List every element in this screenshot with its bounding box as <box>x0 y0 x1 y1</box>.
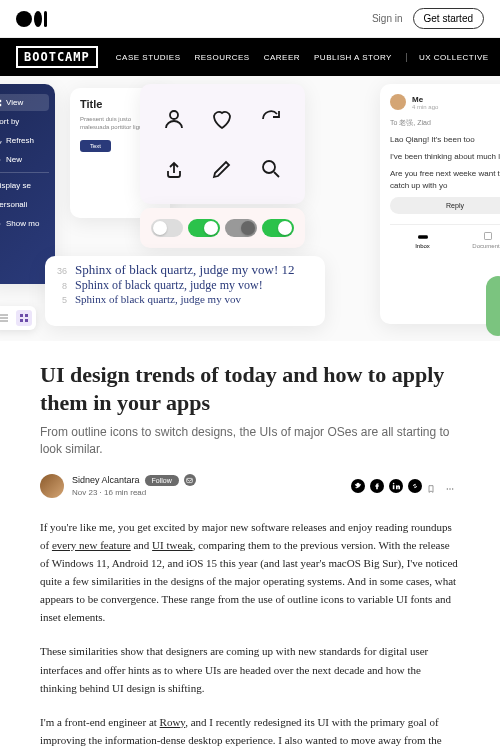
nav-ux-collective[interactable]: UX COLLECTIVE <box>406 53 489 62</box>
edit-icon <box>210 157 234 181</box>
hero-typography-sample: 36Sphinx of black quartz, judge my vow! … <box>45 256 325 326</box>
bookmark-icon[interactable] <box>427 479 441 493</box>
svg-rect-1 <box>0 99 1 101</box>
switch-on-icon <box>188 219 220 237</box>
switch-off-icon <box>151 219 183 237</box>
hero-green-accent <box>486 276 500 336</box>
list-view-icon <box>0 310 12 326</box>
svg-point-16 <box>449 488 450 489</box>
more-icon[interactable] <box>446 479 460 493</box>
svg-point-4 <box>170 111 178 119</box>
switch-material-icon <box>225 219 257 237</box>
article-subtitle: From outline icons to switch designs, th… <box>40 424 460 458</box>
hero-image: View Sort by Refresh New Display se Pers… <box>0 76 500 341</box>
user-icon <box>162 107 186 131</box>
nav-case-studies[interactable]: CASE STUDIES <box>116 53 181 62</box>
grid-view-icon <box>16 310 32 326</box>
hero-view-toggle <box>0 306 36 330</box>
hero-switches <box>140 208 305 248</box>
getstarted-button[interactable]: Get started <box>413 8 484 29</box>
link-every-new-feature[interactable]: every new feature <box>52 539 131 551</box>
svg-rect-7 <box>484 232 491 239</box>
signin-link[interactable]: Sign in <box>372 13 403 24</box>
twitter-icon[interactable] <box>351 479 365 493</box>
heart-icon <box>210 107 234 131</box>
refresh-icon <box>259 107 283 131</box>
nav-resources[interactable]: RESOURCES <box>194 53 249 62</box>
svg-rect-3 <box>0 103 1 105</box>
link-ui-tweak[interactable]: UI tweak <box>152 539 193 551</box>
svg-point-15 <box>447 488 448 489</box>
hero-chat-card: Me4 min ago To 老强, Ziad Lao Qiang! It's … <box>380 84 500 324</box>
hero-icon-grid <box>140 84 305 204</box>
link-icon[interactable] <box>408 479 422 493</box>
svg-rect-12 <box>187 478 193 482</box>
linkedin-icon[interactable] <box>389 479 403 493</box>
svg-point-17 <box>452 488 453 489</box>
svg-rect-13 <box>393 485 395 489</box>
link-rowy[interactable]: Rowy <box>160 716 186 728</box>
nav-publish[interactable]: PUBLISH A STORY <box>314 53 392 62</box>
article-title: UI design trends of today and how to app… <box>40 361 460 416</box>
svg-rect-6 <box>418 235 428 239</box>
facebook-icon[interactable] <box>370 479 384 493</box>
share-icon <box>162 157 186 181</box>
svg-point-5 <box>263 161 275 173</box>
article-body: If you're like me, you get excited by ma… <box>40 518 460 750</box>
article-meta: Nov 23 · 16 min read <box>72 488 196 497</box>
nav-career[interactable]: CAREER <box>264 53 300 62</box>
svg-rect-11 <box>25 319 28 322</box>
svg-rect-10 <box>20 319 23 322</box>
publication-logo[interactable]: BOOTCAMP <box>16 46 98 68</box>
svg-rect-9 <box>25 314 28 317</box>
svg-point-14 <box>393 482 395 484</box>
search-icon <box>259 157 283 181</box>
svg-rect-8 <box>20 314 23 317</box>
follow-button[interactable]: Follow <box>145 475 179 486</box>
author-name[interactable]: Sidney Alcantara <box>72 475 140 485</box>
switch-ios-on-icon <box>262 219 294 237</box>
medium-logo[interactable] <box>16 11 47 27</box>
hero-windows-menu: View Sort by Refresh New Display se Pers… <box>0 84 55 284</box>
subscribe-button[interactable] <box>184 474 196 486</box>
author-avatar[interactable] <box>40 474 64 498</box>
